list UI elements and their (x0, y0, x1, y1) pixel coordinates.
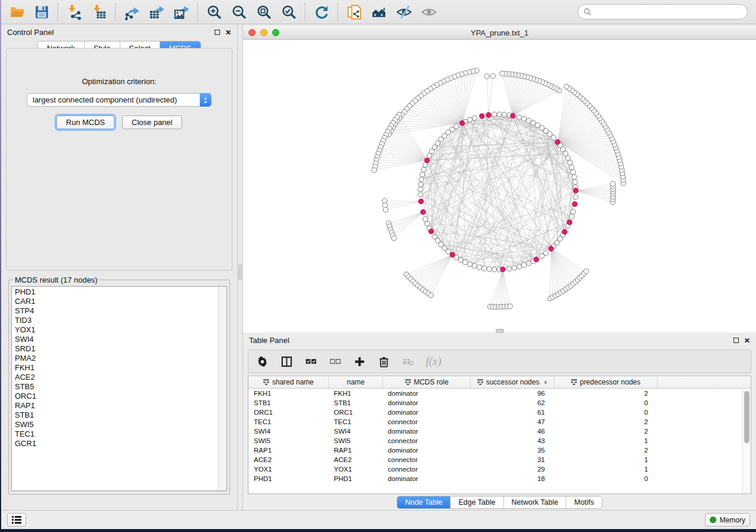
export-table-button[interactable] (145, 2, 168, 22)
clone-network-button[interactable] (342, 2, 366, 22)
open-session-button[interactable] (5, 2, 28, 22)
table-cell: 35 (470, 446, 554, 455)
mcds-result-item[interactable]: STB5 (15, 382, 227, 392)
table-cell: 29 (470, 464, 554, 474)
export-image-button[interactable] (170, 2, 193, 22)
tab-node-table[interactable]: Node Table (397, 496, 450, 508)
run-mcds-button[interactable]: Run MCDS (56, 116, 114, 129)
scrollbar-thumb[interactable] (744, 391, 749, 443)
zoom-selected-button[interactable] (277, 2, 301, 22)
network-graph[interactable] (243, 40, 756, 328)
splitter-handle[interactable] (496, 329, 504, 333)
zoom-out-button[interactable] (227, 2, 251, 22)
search-input[interactable] (595, 8, 742, 17)
table-cell: dominator (382, 408, 470, 417)
mcds-result-item[interactable]: STP4 (15, 306, 227, 316)
table-row[interactable]: RAP1RAP1dominator352 (248, 446, 751, 455)
horizontal-splitter[interactable] (243, 328, 756, 332)
table-cell: 62 (470, 398, 554, 408)
refresh-icon (314, 4, 330, 20)
close-panel-icon[interactable]: ✕ (744, 337, 750, 344)
table-row[interactable]: TEC1TEC1connector472 (248, 417, 751, 427)
mcds-result-item[interactable]: TEC1 (15, 430, 227, 439)
zoom-in-button[interactable] (202, 2, 226, 22)
save-icon (34, 4, 50, 20)
splitter-handle[interactable] (238, 264, 242, 280)
criterion-dropdown[interactable]: largest connected component (undirected)… (27, 93, 212, 107)
column-header-predecessor-nodes[interactable]: predecessor nodes (554, 376, 657, 388)
mcds-result-item[interactable]: SWI4 (15, 335, 227, 344)
table-scrollbar[interactable] (742, 389, 751, 493)
node-table: shared name name MCDS role successor nod… (248, 376, 751, 494)
show-all-button[interactable] (417, 2, 441, 22)
status-bar: Memory (1, 510, 756, 529)
network-canvas[interactable] (243, 40, 756, 328)
import-table-button[interactable] (87, 2, 111, 22)
table-row[interactable]: ACE2ACE2connector311 (248, 455, 751, 464)
mcds-result-item[interactable]: PMA2 (15, 354, 227, 363)
first-neighbors-button[interactable] (367, 2, 391, 22)
table-cell: STB1 (328, 398, 382, 408)
mcds-result-item[interactable]: GCR1 (15, 439, 227, 448)
mcds-result-scrollbar[interactable] (218, 287, 227, 491)
show-column-button[interactable] (280, 355, 293, 368)
mcds-result-item[interactable]: FKH1 (15, 363, 227, 373)
mcds-result-item[interactable]: CAR1 (15, 297, 227, 306)
table-row[interactable]: STB1STB1dominator620 (248, 398, 751, 408)
table-row[interactable]: ORC1ORC1dominator610 (248, 408, 751, 417)
control-panel-header: Control Panel ✕ (1, 24, 237, 40)
create-column-button[interactable] (353, 355, 366, 368)
table-cell: connector (382, 417, 470, 427)
mcds-result-item[interactable]: STB1 (15, 411, 227, 420)
memory-button[interactable]: Memory (705, 513, 750, 527)
tab-edge-table[interactable]: Edge Table (450, 496, 503, 508)
column-header-shared-name[interactable]: shared name (248, 376, 328, 388)
zoom-selected-icon (281, 4, 297, 20)
table-settings-button[interactable] (256, 355, 269, 368)
mcds-result-item[interactable]: SRD1 (15, 344, 227, 354)
refresh-layout-button[interactable] (310, 2, 333, 22)
mcds-result-item[interactable]: TID3 (15, 316, 227, 325)
hide-selected-button[interactable] (392, 2, 416, 22)
table-row[interactable]: SWI5SWI5connector431 (248, 436, 751, 446)
vertical-splitter[interactable] (237, 24, 243, 510)
import-network-button[interactable] (62, 2, 86, 22)
mcds-result-item[interactable]: YOX1 (15, 325, 227, 335)
zoom-fit-button[interactable] (252, 2, 276, 22)
tab-network-table[interactable]: Network Table (503, 496, 566, 508)
table-row[interactable]: YOX1YOX1connector291 (248, 464, 751, 474)
column-header-mcds-role[interactable]: MCDS role (382, 376, 470, 388)
log-console-button[interactable] (7, 513, 26, 527)
float-panel-icon[interactable] (733, 338, 739, 343)
table-cell: dominator (382, 446, 470, 455)
export-network-button[interactable] (120, 2, 143, 22)
save-session-button[interactable] (30, 2, 53, 22)
select-all-button[interactable] (304, 355, 317, 368)
deselect-all-button[interactable] (328, 355, 342, 368)
mcds-result-item[interactable]: ORC1 (15, 392, 227, 401)
unchecked-boxes-icon (330, 356, 341, 367)
table-row[interactable]: SWI4SWI4dominator462 (248, 427, 751, 436)
close-panel-button[interactable]: Close panel (122, 116, 182, 129)
mcds-result-item[interactable]: RAP1 (15, 401, 227, 411)
delete-column-button[interactable] (377, 355, 390, 368)
table-row[interactable]: PHD1PHD1dominator180 (248, 474, 751, 483)
tab-motifs[interactable]: Motifs (566, 496, 601, 508)
table-cell: PHD1 (248, 474, 328, 483)
column-header-name[interactable]: name (328, 376, 382, 388)
table-cell: 46 (470, 427, 554, 436)
network-window-titlebar: YPA_prune.txt_1 (243, 26, 756, 40)
network-column: YPA_prune.txt_1 Table Panel (243, 24, 756, 510)
main-area: Control Panel ✕ Network Style Select MCD… (1, 24, 756, 510)
mcds-result-item[interactable]: PHD1 (15, 287, 227, 297)
table-row[interactable]: FKH1FKH1dominator962 (248, 389, 751, 398)
control-panel: Control Panel ✕ Network Style Select MCD… (1, 24, 237, 510)
table-cell: 2 (554, 446, 657, 455)
trash-icon (378, 356, 390, 367)
table-cell: 43 (470, 436, 554, 446)
float-panel-icon[interactable] (215, 30, 220, 35)
column-header-successor-nodes[interactable]: successor nodes∨ (470, 376, 554, 388)
close-panel-icon[interactable]: ✕ (225, 29, 231, 36)
mcds-result-item[interactable]: ACE2 (15, 373, 227, 382)
mcds-result-item[interactable]: SWI5 (15, 420, 227, 430)
